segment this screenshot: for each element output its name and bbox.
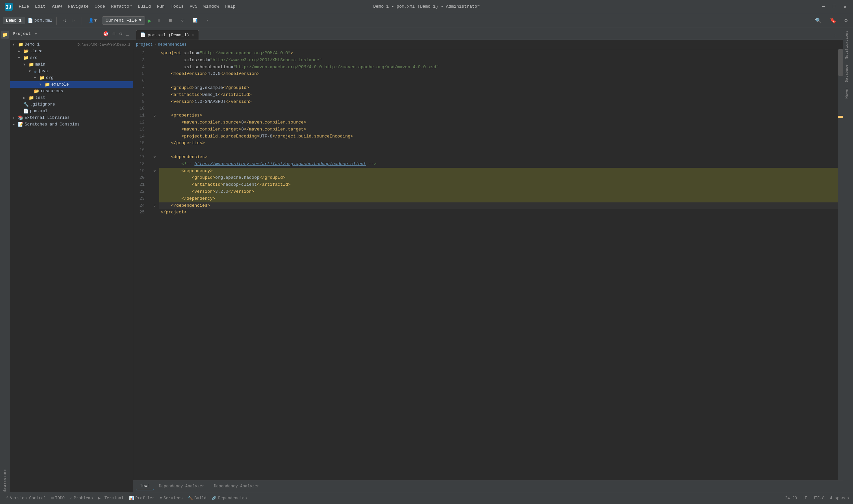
code-line-12[interactable]: <maven.compiler.source>8</maven.compiler… [159, 119, 838, 126]
profile-button[interactable]: 📊 [190, 17, 200, 24]
tree-item-scratches[interactable]: ▶ 📝 Scratches and Consoles [10, 121, 133, 128]
line-ending[interactable]: LF [802, 496, 807, 501]
settings-button[interactable]: ⚙ [842, 16, 850, 25]
project-dropdown-arrow[interactable]: ▼ [35, 32, 37, 36]
maven-panel[interactable]: Maven [843, 85, 853, 101]
code-content[interactable]: <project xmlns="http://maven.apache.org/… [159, 49, 838, 480]
tree-item-example[interactable]: ▼ 📁 example [10, 81, 133, 88]
code-line-2[interactable]: <project xmlns="http://maven.apache.org/… [159, 50, 838, 57]
tree-item-resources[interactable]: ▶ 📂 resources [10, 88, 133, 94]
code-line-17[interactable]: <dependencies> [159, 154, 838, 161]
menu-edit[interactable]: Edit [32, 3, 48, 10]
project-tab[interactable]: Demo_1 [3, 17, 25, 24]
services-btn[interactable]: ⚙ Services [160, 496, 183, 501]
menu-refactor[interactable]: Refactor [108, 3, 134, 10]
indent-setting[interactable]: 4 spaces [830, 496, 849, 501]
code-line-18[interactable]: <!-- https://mvnrepository.com/artifact/… [159, 161, 838, 168]
menu-code[interactable]: Code [92, 3, 108, 10]
code-line-23[interactable]: </dependency> [159, 195, 838, 202]
fold-19[interactable]: ▽ [154, 169, 156, 173]
code-line-8[interactable]: <artifactId>Demo_1</artifactId> [159, 92, 838, 98]
more-actions-button[interactable]: ⋮ [203, 17, 212, 24]
code-line-6[interactable] [159, 77, 838, 85]
code-line-13[interactable]: <maven.compiler.target>8</maven.compiler… [159, 126, 838, 133]
tree-item-java[interactable]: ▼ ☕ java [10, 68, 133, 75]
scrollbar-thumb[interactable] [838, 49, 843, 76]
code-line-14[interactable]: <project.build.sourceEncoding>UTF-8</pro… [159, 133, 838, 140]
build-btn[interactable]: 🔨 Build [188, 496, 206, 501]
tree-item-main[interactable]: ▼ 📁 main [10, 61, 133, 68]
code-line-11[interactable]: <properties> [159, 112, 838, 119]
bookmarks-icon[interactable]: Bookmarks [1, 484, 9, 492]
minimize-button[interactable]: ─ [820, 3, 828, 11]
bookmark-button[interactable]: 🔖 [827, 16, 839, 25]
database-panel[interactable]: Database [843, 62, 853, 85]
cursor-position[interactable]: 24:20 [785, 496, 797, 501]
code-line-25[interactable]: </project> [159, 209, 838, 216]
tree-item-idea[interactable]: ▶ 📂 .idea [10, 48, 133, 55]
coverage-button[interactable]: 🛡 [178, 17, 187, 24]
panel-settings-icon[interactable]: ⚙ [118, 30, 123, 37]
code-line-5[interactable]: <modelVersion>4.0.0</modelVersion> [159, 71, 838, 77]
menu-tools[interactable]: Tools [168, 3, 186, 10]
profiler-btn[interactable]: 📊 Profiler [129, 496, 155, 501]
code-line-21[interactable]: <artifactId>hadoop-client</artifactId> [159, 181, 838, 188]
problems-btn[interactable]: ⚠ Problems [70, 496, 93, 501]
code-line-4[interactable]: xsi:schemaLocation="http://maven.apache.… [159, 64, 838, 71]
bottom-tab-text[interactable]: Text [136, 482, 154, 490]
dependencies-btn[interactable]: 🔗 Dependencies [212, 496, 247, 501]
code-line-19[interactable]: <dependency> [159, 168, 838, 175]
bread-dependencies[interactable]: dependencies [158, 42, 187, 47]
fold-24[interactable]: ▽ [154, 204, 156, 208]
back-button[interactable]: ◁ [60, 17, 68, 24]
run-dropdown[interactable]: 👤 ▼ [86, 17, 99, 24]
current-file-button[interactable]: Current File ▼ [102, 16, 145, 25]
tree-item-test[interactable]: ▶ 📁 test [10, 94, 133, 101]
encoding[interactable]: UTF-8 [812, 496, 824, 501]
menu-vcs[interactable]: VCS [187, 3, 200, 10]
code-line-22[interactable]: <version>3.2.0</version> [159, 188, 838, 195]
fold-11[interactable]: ▽ [154, 114, 156, 118]
code-line-10[interactable] [159, 105, 838, 112]
tree-item-ext-libs[interactable]: ▶ 📚 External Libraries [10, 114, 133, 121]
bottom-tab-dep-analyzer-1[interactable]: Dependency Analyzer [155, 483, 209, 490]
menu-file[interactable]: File [16, 3, 32, 10]
maximize-button[interactable]: □ [830, 3, 838, 11]
tree-item-org[interactable]: ▼ 📁 org [10, 75, 133, 81]
menu-run[interactable]: Run [154, 3, 167, 10]
code-line-16[interactable] [159, 147, 838, 154]
todo-btn[interactable]: ☑ TODO [51, 496, 65, 501]
forward-button[interactable]: ▷ [70, 17, 77, 24]
code-line-15[interactable]: </properties> [159, 140, 838, 147]
notifications-panel[interactable]: Notifications [843, 28, 853, 62]
code-line-3[interactable]: xmlns:xsi="http://www.w3.org/2001/XMLSch… [159, 57, 838, 64]
fold-17[interactable]: ▽ [154, 155, 156, 159]
collapse-icon[interactable]: ⊟ [111, 30, 117, 37]
tree-item-pom[interactable]: ▶ 📄 pom.xml [10, 108, 133, 114]
menu-build[interactable]: Build [135, 3, 154, 10]
editor-tab-pom[interactable]: 📄 pom.xml (Demo_1) × [136, 30, 199, 40]
tree-root[interactable]: ▼ 📁 Demo_1 D:\web\06-JavaWeb\Demo_1 [10, 41, 133, 48]
terminal-btn[interactable]: ▶_ Terminal [98, 496, 124, 501]
tab-more-button[interactable]: ⋮ [830, 33, 840, 40]
pause-button[interactable]: ⏸ [154, 17, 163, 24]
panel-minimize-icon[interactable]: _ [125, 30, 130, 37]
code-line-9[interactable]: <version>1.0-SNAPSHOT</version> [159, 98, 838, 106]
editor-scrollbar[interactable]: ⚠ 25 ⚑ 1 [838, 49, 843, 480]
menu-window[interactable]: Window [201, 3, 222, 10]
code-line-7[interactable]: <groupId>org.example</groupId> [159, 85, 838, 92]
code-line-24[interactable]: </dependencies> [159, 202, 838, 210]
code-line-20[interactable]: <groupId>org.apache.hadoop</groupId> [159, 175, 838, 181]
version-control-btn[interactable]: ⎇ Version Control [4, 496, 46, 501]
close-button[interactable]: ✕ [841, 3, 849, 11]
tree-item-gitignore[interactable]: ▶ 🔧 .gitignore [10, 101, 133, 108]
run-button[interactable]: ▶ [148, 17, 152, 24]
search-button[interactable]: 🔍 [812, 16, 824, 25]
bottom-tab-dep-analyzer-2[interactable]: Dependency Analyzer [210, 483, 264, 490]
tree-item-src[interactable]: ▼ 📁 src [10, 55, 133, 61]
tab-close-button[interactable]: × [191, 33, 195, 37]
project-icon[interactable]: 📁 [1, 31, 9, 39]
bread-project[interactable]: project [136, 42, 153, 47]
menu-view[interactable]: View [49, 3, 64, 10]
menu-help[interactable]: Help [222, 3, 238, 10]
